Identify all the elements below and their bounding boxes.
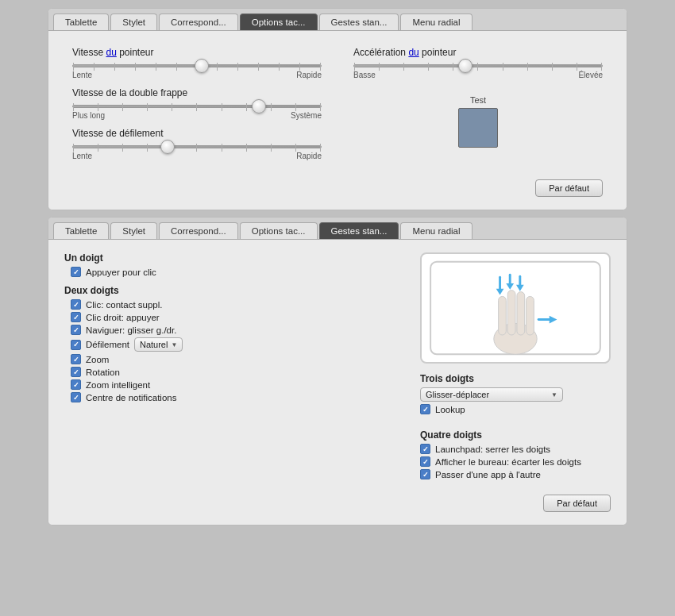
tab-menu-radial-2[interactable]: Menu radial xyxy=(400,222,472,239)
trois-doigts-dropdown-row: Glisser-déplacer ▼ xyxy=(420,387,563,402)
vitesse-double-group: Vitesse de la double frappe xyxy=(72,87,322,120)
clic-contact-label: Clic: contact suppl. xyxy=(86,300,163,310)
trois-doigts-title: Trois doigts xyxy=(420,373,563,384)
tab-tablette-1[interactable]: Tablette xyxy=(53,13,109,30)
clic-droit-item: Clic droit: appuyer xyxy=(64,312,404,322)
gesture-svg xyxy=(422,254,609,362)
centre-notifications-label: Centre de notifications xyxy=(86,393,176,402)
acceleration-label: Accélération du pointeur xyxy=(353,47,603,58)
defilement-dropdown-arrow: ▼ xyxy=(171,341,177,348)
naviguer-label: Naviguer: glisser g./dr. xyxy=(86,325,176,335)
trois-doigts-section: Trois doigts Glisser-déplacer ▼ Lookup xyxy=(420,373,563,417)
right-column: Accélération du pointeur xyxy=(353,47,603,168)
tab-correspond-2[interactable]: Correspond... xyxy=(159,222,238,239)
launchpad-label: Launchpad: serrer les doigts xyxy=(435,445,550,454)
tab-gestes-stan-1[interactable]: Gestes stan... xyxy=(319,13,399,30)
deux-doigts-title: Deux doigts xyxy=(64,285,404,296)
afficher-bureau-label: Afficher le bureau: écarter les doigts xyxy=(435,457,581,467)
vitesse-double-max: Système xyxy=(291,111,322,120)
vitesse-double-range: Plus long Système xyxy=(72,111,322,120)
par-defaut-row-1: Par défaut xyxy=(72,179,603,197)
left-sliders: Vitesse du pointeur xyxy=(72,47,322,168)
panel1-content: Vitesse du pointeur xyxy=(48,31,627,210)
clic-droit-checkbox[interactable] xyxy=(71,312,81,322)
svg-rect-3 xyxy=(507,291,515,335)
test-area: Test xyxy=(353,95,603,148)
rotation-label: Rotation xyxy=(86,368,120,377)
tab-bar-1: Tablette Stylet Correspond... Options ta… xyxy=(48,9,627,31)
trois-doigts-dropdown[interactable]: Glisser-déplacer ▼ xyxy=(420,387,563,402)
vitesse-double-min: Plus long xyxy=(72,111,105,120)
svg-rect-5 xyxy=(526,296,534,335)
vitesse-pointeur-range: Lente Rapide xyxy=(72,71,322,79)
centre-notifications-checkbox[interactable] xyxy=(71,392,81,402)
tab-stylet-1[interactable]: Stylet xyxy=(110,13,157,30)
svg-rect-4 xyxy=(517,292,525,335)
defilement-checkbox[interactable] xyxy=(71,340,81,350)
par-defaut-button-2[interactable]: Par défaut xyxy=(543,495,611,512)
clic-contact-checkbox[interactable] xyxy=(71,299,81,310)
tab-options-tac-1[interactable]: Options tac... xyxy=(240,13,318,30)
par-defaut-button-1[interactable]: Par défaut xyxy=(535,179,603,197)
gestures-left: Un doigt Appuyer pour clic Deux doigts C… xyxy=(64,252,404,512)
clic-contact-item: Clic: contact suppl. xyxy=(64,299,404,310)
tab-stylet-2[interactable]: Stylet xyxy=(110,222,157,239)
test-label: Test xyxy=(470,95,486,105)
un-doigt-title: Un doigt xyxy=(64,252,404,264)
appuyer-pour-clic-checkbox[interactable] xyxy=(71,267,81,277)
launchpad-checkbox[interactable] xyxy=(420,444,430,454)
tab-tablette-2[interactable]: Tablette xyxy=(53,222,109,239)
panel-options-tactiles: Tablette Stylet Correspond... Options ta… xyxy=(48,8,627,210)
appuyer-pour-clic-item: Appuyer pour clic xyxy=(64,267,404,277)
acceleration-range: Basse Élevée xyxy=(353,71,603,79)
passer-app-item: Passer d'une app à l'autre xyxy=(420,469,581,479)
zoom-item: Zoom xyxy=(64,354,404,364)
vitesse-double-slider[interactable] xyxy=(72,105,322,108)
tab-options-tac-2[interactable]: Options tac... xyxy=(240,222,318,239)
vitesse-pointeur-slider[interactable] xyxy=(72,64,322,67)
quatre-doigts-title: Quatre doigts xyxy=(420,429,581,441)
test-box[interactable] xyxy=(458,108,498,148)
tab-correspond-1[interactable]: Correspond... xyxy=(159,13,238,30)
vitesse-defilement-slider[interactable] xyxy=(72,145,322,148)
appuyer-pour-clic-label: Appuyer pour clic xyxy=(86,268,156,277)
naviguer-item: Naviguer: glisser g./dr. xyxy=(64,325,404,335)
acceleration-group: Accélération du pointeur xyxy=(353,47,603,79)
quatre-doigts-section: Quatre doigts Launchpad: serrer les doig… xyxy=(420,429,581,482)
tab-gestes-stan-2[interactable]: Gestes stan... xyxy=(319,222,399,239)
afficher-bureau-checkbox[interactable] xyxy=(420,456,430,467)
zoom-checkbox[interactable] xyxy=(71,354,81,364)
tab-bar-2: Tablette Stylet Correspond... Options ta… xyxy=(48,218,627,240)
acceleration-max: Élevée xyxy=(578,71,603,79)
lookup-checkbox[interactable] xyxy=(420,404,430,414)
trois-doigts-dropdown-value: Glisser-déplacer xyxy=(426,390,489,399)
lookup-label: Lookup xyxy=(435,405,465,414)
lookup-item: Lookup xyxy=(420,404,563,414)
vitesse-defilement-max: Rapide xyxy=(296,152,322,160)
panel-gestes-standard: Tablette Stylet Correspond... Options ta… xyxy=(48,217,627,526)
passer-app-label: Passer d'une app à l'autre xyxy=(435,470,541,479)
launchpad-item: Launchpad: serrer les doigts xyxy=(420,444,581,454)
afficher-bureau-item: Afficher le bureau: écarter les doigts xyxy=(420,456,581,467)
gestures-content: Un doigt Appuyer pour clic Deux doigts C… xyxy=(48,240,627,525)
defilement-dropdown[interactable]: Naturel ▼ xyxy=(134,337,183,352)
defilement-dropdown-value: Naturel xyxy=(140,340,168,349)
vitesse-double-label: Vitesse de la double frappe xyxy=(72,87,322,98)
centre-notifications-item: Centre de notifications xyxy=(64,392,404,402)
vitesse-pointeur-group: Vitesse du pointeur xyxy=(72,47,322,79)
naviguer-checkbox[interactable] xyxy=(71,325,81,335)
trois-doigts-dropdown-arrow: ▼ xyxy=(551,391,557,398)
tab-menu-radial-1[interactable]: Menu radial xyxy=(400,13,472,30)
gesture-illustration xyxy=(420,252,611,364)
defilement-label: Défilement xyxy=(86,340,129,349)
passer-app-checkbox[interactable] xyxy=(420,469,430,479)
defilement-item: Défilement Naturel ▼ xyxy=(64,337,404,352)
rotation-checkbox[interactable] xyxy=(71,367,81,377)
clic-droit-label: Clic droit: appuyer xyxy=(86,313,160,322)
vitesse-pointeur-min: Lente xyxy=(72,71,92,79)
acceleration-slider[interactable] xyxy=(353,64,603,67)
zoom-intelligent-checkbox[interactable] xyxy=(71,379,81,390)
acceleration-min: Basse xyxy=(353,71,376,79)
zoom-intelligent-label: Zoom intelligent xyxy=(86,380,150,390)
gestures-right: Trois doigts Glisser-déplacer ▼ Lookup xyxy=(420,252,611,512)
